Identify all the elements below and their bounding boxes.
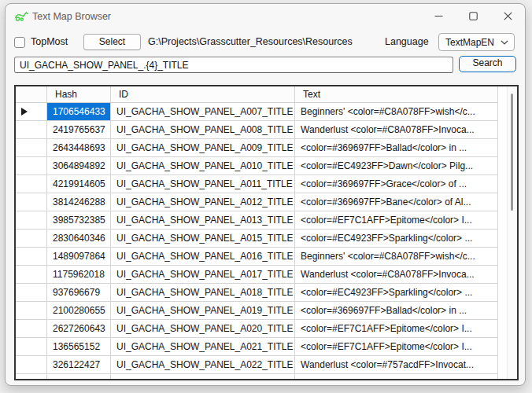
table-row[interactable]: 2100280655 UI_GACHA_SHOW_PANEL_A019_TITL…	[16, 302, 498, 320]
table-row[interactable]: 937696679 UI_GACHA_SHOW_PANEL_A018_TITLE…	[16, 284, 498, 302]
table-row[interactable]: 4219914605 UI_GACHA_SHOW_PANEL_A011_TITL…	[16, 175, 498, 193]
text-cell[interactable]: <color=#EC4923FF>Dawn</color> Pilg...	[295, 157, 498, 175]
hash-cell[interactable]: 2100280655	[47, 302, 111, 320]
hash-cell[interactable]: 326122427	[47, 356, 111, 374]
row-selector[interactable]	[16, 338, 47, 356]
hash-cell[interactable]: 2830640346	[47, 230, 111, 248]
table-row[interactable]: 3814246288 UI_GACHA_SHOW_PANEL_A012_TITL…	[16, 193, 498, 211]
table-row[interactable]: 2627260643 UI_GACHA_SHOW_PANEL_A020_TITL…	[16, 320, 498, 338]
text-cell[interactable]: Beginners' <color=#C8A078FF>wish</c...	[295, 248, 498, 266]
text-cell[interactable]: <color=#369697FF>Bane</color> of Al...	[295, 193, 498, 211]
id-cell[interactable]	[111, 374, 295, 380]
row-selector[interactable]	[16, 356, 47, 374]
row-selector[interactable]	[16, 284, 47, 302]
column-header-id[interactable]: ID	[111, 86, 295, 103]
search-bar: Search	[6, 54, 525, 75]
text-cell[interactable]: Wanderlust <color=#C8A078FF>Invoca...	[295, 121, 498, 139]
column-header-text[interactable]: Text	[295, 86, 498, 103]
text-cell[interactable]: <color=#369697FF>Ballad</color> in ...	[295, 302, 498, 320]
close-button[interactable]	[490, 4, 525, 28]
id-cell[interactable]: UI_GACHA_SHOW_PANEL_A009_TITLE	[111, 139, 295, 157]
hash-cell[interactable]: 2627260643	[47, 320, 111, 338]
row-selector[interactable]	[16, 230, 47, 248]
table-row[interactable]: 2643448693 UI_GACHA_SHOW_PANEL_A009_TITL…	[16, 139, 498, 157]
minimize-button[interactable]	[421, 4, 456, 28]
table-row[interactable]: 1706546433 UI_GACHA_SHOW_PANEL_A007_TITL…	[16, 103, 498, 121]
maximize-icon	[469, 12, 478, 20]
id-cell[interactable]: UI_GACHA_SHOW_PANEL_A008_TITLE	[111, 121, 295, 139]
hash-cell[interactable]: 3814246288	[47, 193, 111, 211]
language-dropdown[interactable]: TextMapEN	[438, 33, 515, 51]
table-row[interactable]	[16, 374, 498, 380]
text-cell[interactable]: <color=#EC4923FF>Sparkling</color> ...	[295, 284, 498, 302]
text-cell[interactable]: Beginners' <color=#C8A078FF>wish</c...	[295, 103, 498, 121]
row-selector[interactable]	[16, 103, 47, 121]
id-cell[interactable]: UI_GACHA_SHOW_PANEL_A020_TITLE	[111, 320, 295, 338]
table-row[interactable]: 326122427 UI_GACHA_SHOW_PANEL_A022_TITLE…	[16, 356, 498, 374]
text-cell[interactable]: Wanderlust <color=#C8A078FF>Invoca...	[295, 266, 498, 284]
table-row[interactable]: 2830640346 UI_GACHA_SHOW_PANEL_A015_TITL…	[16, 230, 498, 248]
table-row[interactable]: 1175962018 UI_GACHA_SHOW_PANEL_A017_TITL…	[16, 266, 498, 284]
maximize-button[interactable]	[456, 4, 490, 28]
row-selector[interactable]	[16, 211, 47, 230]
row-selector[interactable]	[16, 248, 47, 266]
id-cell[interactable]: UI_GACHA_SHOW_PANEL_A011_TITLE	[111, 175, 295, 193]
row-selector[interactable]	[16, 157, 47, 175]
row-selector[interactable]	[16, 139, 47, 157]
id-cell[interactable]: UI_GACHA_SHOW_PANEL_A021_TITLE	[111, 338, 295, 356]
id-cell[interactable]: UI_GACHA_SHOW_PANEL_A007_TITLE	[111, 103, 295, 121]
hash-cell[interactable]	[47, 374, 111, 380]
scrollbar-thumb[interactable]	[511, 94, 513, 211]
hash-cell[interactable]: 3064894892	[47, 157, 111, 175]
text-cell[interactable]	[295, 374, 498, 380]
hash-cell[interactable]: 2643448693	[47, 139, 111, 157]
text-cell[interactable]: Wanderlust <color=#757acdFF>Invocat...	[295, 356, 498, 374]
id-cell[interactable]: UI_GACHA_SHOW_PANEL_A019_TITLE	[111, 302, 295, 320]
text-cell[interactable]: <color=#369697FF>Ballad</color> in ...	[295, 139, 498, 157]
hash-cell[interactable]: 2419765637	[47, 121, 111, 139]
text-cell[interactable]: <color=#EF7C1AFF>Epitome</color> I...	[295, 320, 498, 338]
hash-cell[interactable]: 1489097864	[47, 248, 111, 266]
hash-cell[interactable]: 1175962018	[47, 266, 111, 284]
id-cell[interactable]: UI_GACHA_SHOW_PANEL_A016_TITLE	[111, 248, 295, 266]
row-selector[interactable]	[16, 193, 47, 211]
id-cell[interactable]: UI_GACHA_SHOW_PANEL_A017_TITLE	[111, 266, 295, 284]
id-cell[interactable]: UI_GACHA_SHOW_PANEL_A012_TITLE	[111, 193, 295, 211]
table-row[interactable]: 2419765637 UI_GACHA_SHOW_PANEL_A008_TITL…	[16, 121, 498, 139]
search-input[interactable]	[14, 57, 453, 73]
table-row[interactable]: 3064894892 UI_GACHA_SHOW_PANEL_A010_TITL…	[16, 157, 498, 175]
window-title: Text Map Browser	[32, 11, 111, 22]
id-cell[interactable]: UI_GACHA_SHOW_PANEL_A015_TITLE	[111, 230, 295, 248]
hash-cell[interactable]: 3985732385	[47, 211, 111, 230]
row-selector[interactable]	[16, 374, 47, 380]
table-row[interactable]: 136565152 UI_GACHA_SHOW_PANEL_A021_TITLE…	[16, 338, 498, 356]
hash-cell[interactable]: 937696679	[47, 284, 111, 302]
row-selector[interactable]	[16, 175, 47, 193]
row-selector[interactable]	[16, 320, 47, 338]
id-cell[interactable]: UI_GACHA_SHOW_PANEL_A018_TITLE	[111, 284, 295, 302]
select-folder-button[interactable]: Select	[83, 34, 141, 50]
text-cell[interactable]: <color=#EF7C1AFF>Epitome</color> I...	[295, 338, 498, 356]
hash-cell[interactable]: 4219914605	[47, 175, 111, 193]
titlebar[interactable]: Text Map Browser	[6, 4, 525, 29]
search-button[interactable]: Search	[459, 56, 516, 72]
topmost-checkbox[interactable]	[14, 37, 25, 48]
id-cell[interactable]: UI_GACHA_SHOW_PANEL_A013_TITLE	[111, 211, 295, 230]
table-row[interactable]: 1489097864 UI_GACHA_SHOW_PANEL_A016_TITL…	[16, 248, 498, 266]
text-cell[interactable]: <color=#EF7C1AFF>Epitome</color> I...	[295, 211, 498, 230]
minimize-icon	[434, 12, 443, 20]
id-cell[interactable]: UI_GACHA_SHOW_PANEL_A022_TITLE	[111, 356, 295, 374]
vertical-scrollbar[interactable]	[507, 86, 517, 379]
row-selector[interactable]	[16, 266, 47, 284]
id-cell[interactable]: UI_GACHA_SHOW_PANEL_A010_TITLE	[111, 157, 295, 175]
text-cell[interactable]: <color=#369697FF>Grace</color> of ...	[295, 175, 498, 193]
hash-cell[interactable]: 1706546433	[47, 103, 111, 121]
row-selector[interactable]	[16, 302, 47, 320]
row-selector[interactable]	[16, 121, 47, 139]
column-header-hash[interactable]: Hash	[47, 86, 111, 103]
row-selector-header[interactable]	[16, 86, 47, 103]
text-cell[interactable]: <color=#EC4923FF>Sparkling</color> ...	[295, 230, 498, 248]
grid-filler	[498, 86, 507, 379]
table-row[interactable]: 3985732385 UI_GACHA_SHOW_PANEL_A013_TITL…	[16, 211, 498, 230]
hash-cell[interactable]: 136565152	[47, 338, 111, 356]
